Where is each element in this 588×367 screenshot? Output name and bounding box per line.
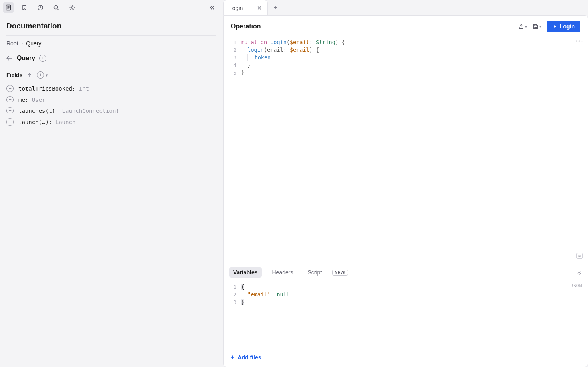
sidebar: Documentation Root › Query Query + Field… <box>0 0 223 367</box>
field-name: launch <box>18 119 39 125</box>
svg-point-7 <box>71 7 73 8</box>
add-to-query-icon[interactable]: + <box>6 107 14 114</box>
field-type: Launch <box>55 119 76 125</box>
field-type: Int <box>79 85 89 92</box>
new-tab-button[interactable]: + <box>268 0 283 15</box>
back-arrow-icon[interactable] <box>6 56 13 61</box>
operation-header: Operation ▾ ▾ Login <box>224 16 588 37</box>
add-files-button[interactable]: + Add files <box>224 348 588 367</box>
svg-point-5 <box>54 5 58 9</box>
field-list: + totalTripsBooked: Int + me: User + lau… <box>6 85 216 126</box>
docs-icon[interactable] <box>3 2 14 13</box>
new-badge: NEW! <box>332 270 348 276</box>
chevron-right-icon: › <box>22 41 23 46</box>
type-header: Query + <box>6 55 216 62</box>
add-to-query-icon[interactable]: + <box>6 96 14 103</box>
var-line-gutter: 1 2 3 <box>224 282 241 348</box>
fields-label: Fields <box>6 72 22 78</box>
field-item[interactable]: + me: User <box>6 96 216 103</box>
svg-point-10 <box>581 40 582 41</box>
chevron-down-icon[interactable]: ▾ <box>46 73 48 78</box>
divider <box>6 35 216 36</box>
json-badge: JSON <box>571 283 582 288</box>
type-name: Query <box>17 55 35 62</box>
operation-actions: ▾ ▾ Login <box>518 21 580 32</box>
operation-title: Operation <box>231 23 261 30</box>
tab-login[interactable]: Login ✕ <box>223 0 268 15</box>
add-to-query-icon[interactable]: + <box>6 85 14 92</box>
save-icon[interactable]: ▾ <box>533 24 541 30</box>
add-files-label: Add files <box>238 354 261 361</box>
tab-variables[interactable]: Variables <box>229 267 262 278</box>
collapse-sidebar-icon[interactable] <box>207 2 217 13</box>
field-name: totalTripsBooked <box>18 85 72 92</box>
field-type: LaunchConnection! <box>62 108 119 114</box>
field-type: User <box>32 97 46 103</box>
tab-script[interactable]: Script <box>303 267 326 278</box>
line-gutter: 1 2 3 4 5 <box>224 37 241 263</box>
share-icon[interactable]: ▾ <box>518 24 527 30</box>
fields-header: Fields + ▾ <box>6 71 216 79</box>
variables-editor[interactable]: 1 2 3 { "email": null } JSON <box>224 282 588 348</box>
field-item[interactable]: + totalTripsBooked: Int <box>6 85 216 92</box>
var-code-area[interactable]: { "email": null } <box>241 282 588 348</box>
svg-point-8 <box>576 40 577 41</box>
sidebar-body: Documentation Root › Query Query + Field… <box>0 15 223 132</box>
bookmark-icon[interactable] <box>19 2 30 13</box>
add-type-button[interactable]: + <box>39 55 46 62</box>
history-icon[interactable] <box>35 2 46 13</box>
svg-point-9 <box>578 40 580 41</box>
close-tab-icon[interactable]: ✕ <box>257 5 262 11</box>
tab-bar: Login ✕ + <box>223 0 588 15</box>
documentation-title: Documentation <box>6 22 216 30</box>
add-field-button[interactable]: + <box>37 71 44 79</box>
field-item[interactable]: + launches(…): LaunchConnection! <box>6 107 216 114</box>
settings-icon[interactable] <box>67 2 77 13</box>
operation-editor[interactable]: 1 2 3 4 5 mutation Login($email: String)… <box>224 37 588 263</box>
run-button[interactable]: Login <box>547 21 580 32</box>
field-name: me <box>18 97 25 103</box>
bottom-tabs: Variables Headers Script NEW! <box>224 263 588 282</box>
breadcrumb-current: Query <box>26 40 41 47</box>
operation-panel: Operation ▾ ▾ Login 1 2 3 <box>223 15 588 367</box>
tab-label: Login <box>229 5 243 11</box>
bottom-panel: Variables Headers Script NEW! 1 2 3 { <box>224 263 588 367</box>
sidebar-toolbar <box>0 0 223 15</box>
more-icon[interactable] <box>576 40 583 42</box>
plus-icon: + <box>231 354 234 361</box>
field-item[interactable]: + launch(…): Launch <box>6 118 216 126</box>
run-button-label: Login <box>560 23 575 30</box>
collapse-fields-icon[interactable] <box>27 73 32 77</box>
svg-line-6 <box>57 9 59 10</box>
breadcrumbs: Root › Query <box>6 40 216 47</box>
add-to-query-icon[interactable]: + <box>6 118 14 126</box>
breadcrumb-root[interactable]: Root <box>6 40 18 47</box>
tab-headers[interactable]: Headers <box>268 267 297 278</box>
collapse-bottom-icon[interactable] <box>576 270 582 275</box>
keyboard-icon[interactable]: ⌨ <box>576 253 583 259</box>
search-icon[interactable] <box>51 2 61 13</box>
code-area[interactable]: mutation Login($email: String) { login(e… <box>241 37 588 263</box>
field-name: launches <box>18 108 45 114</box>
main: Login ✕ + Operation ▾ ▾ Login <box>223 0 588 367</box>
